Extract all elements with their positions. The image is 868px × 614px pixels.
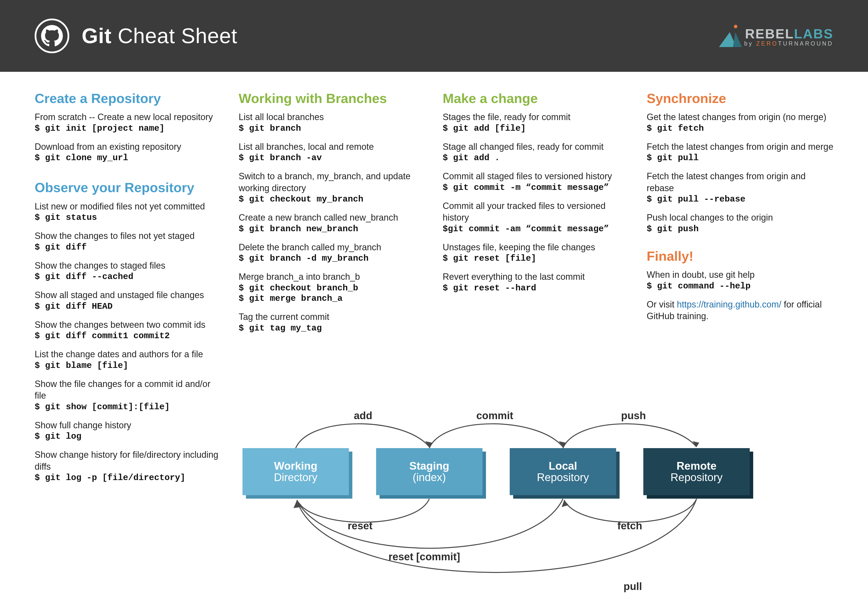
cmd-git-fetch: $ git fetch [647,124,834,134]
box-local-repository: LocalRepository [510,448,616,495]
desc: Show all staged and unstaged file change… [35,289,222,301]
label-reset: reset [348,520,372,532]
label-pull: pull [623,581,642,592]
page-header: Git Cheat Sheet REBELLABS by ZEROTURNARO… [0,0,868,72]
cmd-git-diff: $ git diff [35,242,222,252]
desc: List new or modified files not yet commi… [35,201,222,213]
heading-finally: Finally! [647,249,834,263]
github-icon [35,19,69,53]
cmd-git-init: $ git init [project name] [35,124,222,134]
label-add: add [354,410,372,422]
cmd-git-branch-new: $ git branch new_branch [239,224,426,234]
desc: Push local changes to the origin [647,212,834,224]
brand-logo: REBELLABS by ZEROTURNAROUND [720,25,833,47]
desc: Fetch the latest changes from origin and… [647,141,834,153]
cmd-git-show: $ git show [commit]:[file] [35,402,222,412]
cmd-git-add: $ git add [file] [443,124,629,134]
brand-mark-icon [720,25,740,47]
desc: Download from an existing repository [35,141,222,153]
desc: Fetch the latest changes from origin and… [647,170,834,194]
title-rest: Cheat Sheet [112,24,237,48]
cmd-git-checkout: $ git checkout my_branch [239,194,426,204]
cmd-git-branch: $ git branch [239,124,426,134]
cmd-git-diff-head: $ git diff HEAD [35,302,222,311]
cmd-git-tag: $ git tag my_tag [239,323,426,333]
title-bold: Git [82,24,112,48]
cmd-git-commit-m: $ git commit -m “commit message” [443,183,629,193]
cmd-git-commit-am: $git commit -am “commit message” [443,224,629,234]
desc: Commit all staged files to versioned his… [443,170,629,182]
brand-name: REBELLABS [744,26,833,41]
desc: Show full change history [35,420,222,431]
desc: Stages the file, ready for commit [443,111,629,123]
cmd-git-checkout-b: $ git checkout branch_b [239,283,426,293]
heading-observe-repo: Observe your Repository [35,180,222,195]
column-create-observe: Create a Repository From scratch -- Crea… [35,87,222,490]
cmd-git-branch-av: $ git branch -av [239,153,426,163]
desc: Show the changes between two commit ids [35,319,222,331]
desc: Get the latest changes from origin (no m… [647,111,834,123]
header-left: Git Cheat Sheet [35,19,237,53]
heading-branches: Working with Branches [239,91,426,106]
cmd-git-blame: $ git blame [file] [35,361,222,371]
git-flow-diagram: WorkingDirectory Staging(index) LocalRep… [235,401,834,606]
heading-change: Make a change [443,91,629,106]
desc: List the change dates and authors for a … [35,348,222,360]
training-link[interactable]: https://training.github.com/ [677,299,781,309]
desc: When in doubt, use git help [647,269,834,281]
cmd-git-reset-hard: $ git reset --hard [443,283,629,293]
cmd-git-add-dot: $ git add . [443,153,629,163]
cmd-git-pull-rebase: $ git pull --rebase [647,194,834,204]
heading-create-repo: Create a Repository [35,91,222,106]
desc: Show the changes to files not yet staged [35,230,222,242]
box-working-directory: WorkingDirectory [242,448,349,495]
desc: List all local branches [239,111,426,123]
training-note: Or visit https://training.github.com/ fo… [647,298,834,322]
desc: Unstages file, keeping the file changes [443,241,629,253]
cmd-git-status: $ git status [35,213,222,222]
cmd-git-push: $ git push [647,224,834,234]
cmd-git-diff-commits: $ git diff commit1 commit2 [35,331,222,341]
desc: Commit all your tracked files to version… [443,200,629,224]
cmd-git-clone: $ git clone my_url [35,153,222,163]
desc: Merge branch_a into branch_b [239,271,426,283]
label-push: push [621,410,646,422]
label-reset-commit: reset [commit] [389,551,460,563]
desc: From scratch -- Create a new local repos… [35,111,222,123]
cmd-git-merge: $ git merge branch_a [239,294,426,303]
page-title: Git Cheat Sheet [82,24,237,48]
desc: Stage all changed files, ready for commi… [443,141,629,153]
brand-byline: by ZEROTURNAROUND [744,40,833,47]
label-fetch: fetch [617,520,642,532]
desc: Revert everything to the last commit [443,271,629,283]
box-staging-index: Staging(index) [376,448,482,495]
desc: Show the file changes for a commit id an… [35,378,222,401]
cmd-git-log: $ git log [35,432,222,441]
heading-sync: Synchronize [647,91,834,106]
desc: Create a new branch called new_branch [239,212,426,224]
cmd-git-reset: $ git reset [file] [443,253,629,263]
desc: List all branches, local and remote [239,141,426,153]
diagram-arrows [235,401,834,606]
desc: Show the changes to staged files [35,260,222,272]
desc: Tag the current commit [239,311,426,323]
cmd-git-log-p: $ git log -p [file/directory] [35,473,222,483]
box-remote-repository: RemoteRepository [643,448,750,495]
desc: Switch to a branch, my_branch, and updat… [239,170,426,194]
cmd-git-pull: $ git pull [647,153,834,163]
cmd-git-help: $ git command --help [647,281,834,291]
cmd-git-diff-cached: $ git diff --cached [35,272,222,282]
desc: Delete the branch called my_branch [239,241,426,253]
label-commit: commit [476,410,513,422]
desc: Show change history for file/directory i… [35,449,222,473]
cmd-git-branch-d: $ git branch -d my_branch [239,253,426,263]
